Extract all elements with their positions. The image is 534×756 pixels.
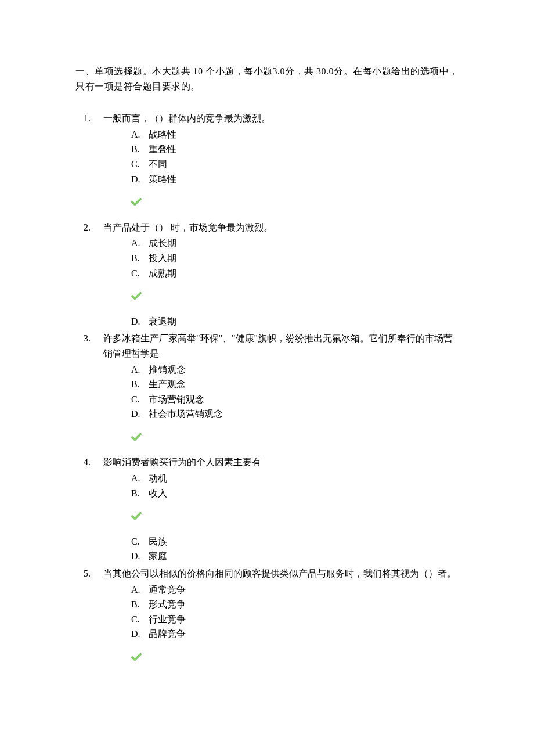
option-text: 市场营销观念 (149, 394, 204, 404)
question: 5.当其他公司以相似的价格向相同的顾客提供类似产品与服务时，我们将其视为（）者。… (75, 566, 461, 666)
option-list: A.通常竞争B.形式竞争C.行业竞争D.品牌竞争 (103, 582, 461, 642)
option-text: 品牌竞争 (149, 629, 186, 639)
question: 2.当产品处于（） 时，市场竞争最为激烈。A.成长期B.投入期C.成熟期 D.衰… (75, 220, 461, 329)
option: A.战略性 (131, 127, 461, 142)
option-letter: C. (131, 157, 149, 172)
question-text: 一般而言，（）群体内的竞争最为激烈。 (103, 111, 461, 126)
option: B.投入期 (131, 251, 461, 266)
correct-check (131, 510, 461, 525)
option-letter: A. (131, 236, 149, 251)
option-list: C.民族D.家庭 (103, 534, 461, 564)
option-text: 行业竞争 (149, 614, 186, 624)
option-text: 推销观念 (149, 365, 186, 375)
option-list: D.衰退期 (103, 314, 461, 329)
option-text: 衰退期 (149, 316, 176, 326)
option-list: A.动机B.收入 (103, 471, 461, 501)
option-letter: B. (131, 251, 149, 266)
option: A.成长期 (131, 236, 461, 251)
correct-check (131, 431, 461, 446)
question-number: 2. (84, 220, 103, 235)
option-list: A.战略性B.重叠性C.不同D.策略性 (103, 127, 461, 186)
checkmark-icon (131, 653, 142, 661)
option: C.民族 (131, 534, 461, 549)
question-number: 5. (84, 566, 103, 581)
option-text: 民族 (149, 537, 167, 546)
option-letter: A. (131, 127, 149, 142)
option: D.品牌竞争 (131, 627, 461, 642)
option-list: A.推销观念B.生产观念C.市场营销观念D.社会市场营销观念 (103, 362, 461, 422)
option-text: 家庭 (149, 551, 167, 561)
option-letter: D. (131, 172, 149, 187)
option-letter: D. (131, 627, 149, 642)
option-text: 形式竞争 (149, 599, 186, 609)
option: B.收入 (131, 486, 461, 501)
option-text: 投入期 (149, 253, 176, 263)
option-text: 生产观念 (149, 379, 186, 389)
option-letter: B. (131, 597, 149, 612)
option: B.重叠性 (131, 142, 461, 157)
option-letter: B. (131, 377, 149, 392)
question-number: 3. (84, 331, 103, 346)
question: 4.影响消费者购买行为的个人因素主要有A.动机B.收入 C.民族D.家庭 (75, 455, 461, 564)
option-text: 重叠性 (149, 144, 176, 154)
checkmark-icon (131, 292, 142, 300)
option-letter: C. (131, 534, 149, 549)
option: A.推销观念 (131, 362, 461, 377)
option: D.衰退期 (131, 314, 461, 329)
option: C.市场营销观念 (131, 392, 461, 407)
option-letter: C. (131, 612, 149, 627)
option-text: 成长期 (149, 238, 176, 248)
option: D.家庭 (131, 549, 461, 564)
option: C.成熟期 (131, 266, 461, 281)
checkmark-icon (131, 433, 142, 441)
question-text: 当其他公司以相似的价格向相同的顾客提供类似产品与服务时，我们将其视为（）者。 (103, 566, 461, 581)
question-text: 影响消费者购买行为的个人因素主要有 (103, 455, 461, 470)
option-text: 战略性 (149, 129, 176, 139)
question-number: 4. (84, 455, 103, 470)
question-text: 当产品处于（） 时，市场竞争最为激烈。 (103, 220, 461, 235)
option-letter: D. (131, 549, 149, 564)
option-letter: B. (131, 142, 149, 157)
question: 1.一般而言，（）群体内的竞争最为激烈。A.战略性B.重叠性C.不同D.策略性 (75, 111, 461, 211)
option: A.通常竞争 (131, 582, 461, 597)
option-text: 动机 (149, 473, 167, 483)
option-list: A.成长期B.投入期C.成熟期 (103, 236, 461, 280)
option-letter: D. (131, 406, 149, 422)
option-letter: A. (131, 362, 149, 377)
option-letter: C. (131, 392, 149, 407)
option-text: 社会市场营销观念 (149, 409, 223, 419)
option: B.生产观念 (131, 377, 461, 392)
option-text: 不同 (149, 159, 167, 169)
section-header: 一、单项选择题。本大题共 10 个小题，每小题3.0分，共 30.0分。在每小题… (75, 64, 461, 93)
correct-check (131, 651, 461, 666)
option: A.动机 (131, 471, 461, 486)
option: C.不同 (131, 157, 461, 172)
question-list: 1.一般而言，（）群体内的竞争最为激烈。A.战略性B.重叠性C.不同D.策略性 … (75, 111, 461, 665)
checkmark-icon (131, 512, 142, 520)
correct-check (131, 290, 461, 305)
question: 3.许多冰箱生产厂家高举"环保"、"健康"旗帜，纷纷推出无氟冰箱。它们所奉行的市… (75, 331, 461, 445)
option-text: 策略性 (149, 174, 176, 184)
correct-check (131, 196, 461, 211)
option-letter: A. (131, 471, 149, 486)
option-text: 通常竞争 (149, 585, 186, 595)
option-text: 收入 (149, 488, 167, 498)
option-text: 成熟期 (149, 268, 176, 278)
document-page: 一、单项选择题。本大题共 10 个小题，每小题3.0分，共 30.0分。在每小题… (0, 0, 534, 710)
option-letter: D. (131, 314, 149, 329)
option-letter: A. (131, 582, 149, 597)
checkmark-icon (131, 198, 142, 206)
option-letter: C. (131, 266, 149, 281)
option: B.形式竞争 (131, 597, 461, 612)
option: C.行业竞争 (131, 612, 461, 627)
option-letter: B. (131, 486, 149, 501)
option: D.社会市场营销观念 (131, 406, 461, 422)
question-number: 1. (84, 111, 103, 126)
question-text: 许多冰箱生产厂家高举"环保"、"健康"旗帜，纷纷推出无氟冰箱。它们所奉行的市场营… (103, 331, 461, 361)
option: D.策略性 (131, 172, 461, 187)
